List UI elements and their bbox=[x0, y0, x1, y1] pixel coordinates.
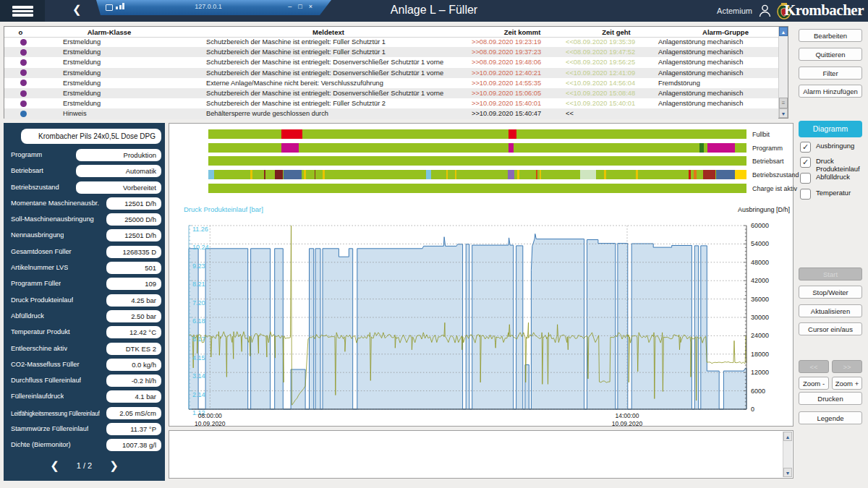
machine-field: Artikelnummer LVS501 bbox=[4, 260, 165, 276]
field-label: Durchfluss Füllereinlauf bbox=[11, 377, 81, 384]
field-value: 4.25 bar bbox=[106, 294, 161, 307]
quittieren-button[interactable]: Quittieren bbox=[799, 48, 862, 61]
field-label: Abfülldruck bbox=[11, 312, 44, 320]
field-value: 12501 D/h bbox=[106, 229, 161, 241]
machine-field: Druck Produkteinlauf4.25 bar bbox=[4, 293, 165, 309]
machine-field: Füllereinlaufdruck4.1 bar bbox=[4, 389, 165, 405]
series-checkbox-ausbringung[interactable]: ✓Ausbringung bbox=[800, 142, 854, 153]
col-zeit-geht: Zeit geht bbox=[569, 28, 663, 36]
step-forward-button[interactable]: >> bbox=[832, 360, 862, 373]
alarm-geht: <<10.09.2020 15:40:01 bbox=[560, 100, 654, 107]
legende-button[interactable]: Legende bbox=[799, 411, 862, 424]
drucken-button[interactable]: Drucken bbox=[799, 392, 862, 405]
aktualisieren-button[interactable]: Aktualisieren bbox=[799, 304, 862, 317]
alarm-gruppe: Anlagenstörung mechanisch bbox=[654, 48, 778, 56]
alarm-geht: <<08.09.2020 19:35:39 bbox=[560, 38, 654, 46]
alarm-row[interactable]: ErstmeldungSchutzbereich der Maschine is… bbox=[4, 88, 778, 98]
field-value: 11.37 °P bbox=[106, 423, 161, 435]
alarm-row[interactable]: ErstmeldungSchutzbereich der Maschine is… bbox=[4, 47, 778, 57]
svg-text:10.24: 10.24 bbox=[192, 244, 209, 251]
scroll-up-icon[interactable]: ▲ bbox=[779, 27, 788, 36]
krombacher-logo: Krombacher bbox=[784, 1, 864, 20]
checkbox-unchecked-icon[interactable] bbox=[800, 173, 811, 184]
detail-scrollbar[interactable]: ▲ ▼ bbox=[783, 432, 792, 477]
machine-field: Gesamtdosen Füller1268335 D bbox=[4, 244, 165, 260]
svg-text:30000: 30000 bbox=[751, 314, 769, 321]
alarm-kommt: >>08.09.2020 19:48:06 bbox=[466, 59, 560, 66]
field-value: -0.2 hl/h bbox=[106, 374, 161, 387]
zoom-in-button[interactable]: Zoom + bbox=[832, 377, 862, 390]
alarm-gruppe: Fremdstörung bbox=[654, 80, 778, 87]
alarm-gruppe: Anlagenstörung mechanisch bbox=[654, 100, 778, 107]
scroll-down-icon[interactable]: ▼ bbox=[783, 468, 792, 477]
alarm-row[interactable]: HinweisBehältersperre wurde geschlossen … bbox=[4, 108, 778, 119]
restore-icon[interactable]: □ bbox=[298, 1, 302, 12]
user-icon[interactable] bbox=[757, 3, 773, 22]
svg-text:18000: 18000 bbox=[751, 351, 769, 358]
alarm-row[interactable]: ErstmeldungSchutzbereich der Maschine is… bbox=[4, 68, 778, 78]
col-state: o bbox=[4, 28, 37, 36]
alarm-geht: <<08.09.2020 19:47:52 bbox=[560, 48, 654, 56]
alarm-table-header: o Alarm-Klasse Meldetext Zeit kommt Zeit… bbox=[4, 27, 788, 38]
alarm-state-dot bbox=[20, 111, 27, 117]
col-meldetext: Meldetext bbox=[182, 28, 475, 36]
machine-field: BetriebszustandVorbereitet bbox=[4, 180, 165, 196]
embedded-window-titlebar[interactable]: 127.0.0.1 – □ × bbox=[93, 0, 331, 15]
alarm-state-dot bbox=[20, 69, 27, 76]
svg-text:36000: 36000 bbox=[751, 296, 769, 303]
alarm-row[interactable]: ErstmeldungExterne Anlage/Maschine nicht… bbox=[4, 78, 778, 88]
svg-text:6000: 6000 bbox=[751, 388, 765, 395]
alarm-state-dot bbox=[20, 80, 27, 86]
machine-field: Leitfähigkeitsmessung Füllereinlauf2.05 … bbox=[4, 406, 165, 421]
field-value: 2.05 mS/cm bbox=[106, 407, 161, 419]
step-back-button[interactable]: << bbox=[799, 360, 829, 373]
scrollbar-thumb[interactable]: ≡ bbox=[779, 98, 788, 108]
checkbox-checked-icon[interactable]: ✓ bbox=[800, 142, 811, 153]
hamburger-menu-icon[interactable] bbox=[0, 0, 45, 22]
alarm-scrollbar[interactable]: ▲ ≡ ▼ bbox=[778, 27, 788, 118]
checkbox-checked-icon[interactable]: ✓ bbox=[800, 157, 811, 168]
alarm-row[interactable]: ErstmeldungSchutzbereich der Maschine is… bbox=[4, 57, 778, 67]
svg-text:48000: 48000 bbox=[751, 259, 769, 266]
machine-field: Dichte (Biermonitor)1007.38 g/l bbox=[4, 437, 165, 453]
series-checkbox-druck[interactable]: ✓Druck Produkteinlauf bbox=[800, 157, 860, 173]
field-label: CO2-Massefluss Füller bbox=[11, 361, 80, 368]
alarm-text: Schutzbereich der Maschine ist entriegel… bbox=[182, 59, 466, 66]
field-value: 501 bbox=[106, 262, 161, 274]
alarm-text: Schutzbereich der Maschine ist entriegel… bbox=[182, 38, 466, 46]
alarm-text: Schutzbereich der Maschine ist entriegel… bbox=[182, 48, 466, 56]
close-icon[interactable]: × bbox=[309, 1, 312, 12]
field-value: Produktion bbox=[76, 149, 161, 161]
svg-text:4.15: 4.15 bbox=[192, 354, 205, 361]
back-icon[interactable]: ❮ bbox=[72, 3, 82, 16]
zoom-out-button[interactable]: Zoom - bbox=[799, 377, 829, 390]
diagramm-button[interactable]: Diagramm bbox=[799, 121, 862, 137]
field-value: 1007.38 g/l bbox=[106, 439, 161, 451]
field-value: 1268335 D bbox=[106, 246, 161, 258]
checkbox-unchecked-icon[interactable] bbox=[800, 189, 811, 200]
svg-text:42000: 42000 bbox=[751, 277, 769, 284]
svg-text:24000: 24000 bbox=[751, 332, 769, 339]
field-label: Momentane Maschinenausbr. bbox=[11, 200, 99, 207]
field-value: Automatik bbox=[76, 165, 161, 177]
series-checkbox-temperatur[interactable]: Temperatur bbox=[800, 189, 851, 200]
stop-weiter-button[interactable]: Stop/Weiter bbox=[799, 286, 862, 299]
start-button[interactable]: Start bbox=[799, 267, 862, 281]
trend-panel: FullbitProgrammBetriebsartBetriebszustan… bbox=[169, 123, 793, 427]
minimize-icon[interactable]: – bbox=[288, 1, 292, 12]
detail-panel: ▲ ▼ bbox=[169, 430, 793, 479]
scroll-up-icon[interactable]: ▲ bbox=[783, 432, 792, 441]
page-next-icon[interactable]: ❯ bbox=[109, 459, 119, 472]
field-value: Vorbereitet bbox=[76, 181, 161, 194]
cursor-toggle-button[interactable]: Cursor ein/aus bbox=[799, 322, 862, 335]
field-label: Programm Füller bbox=[11, 280, 61, 287]
alarm-geht: <<10.09.2020 14:56:04 bbox=[560, 80, 654, 87]
filter-button[interactable]: Filter bbox=[799, 67, 862, 80]
alarm-hinzufuegen-button[interactable]: Alarm Hinzufügen bbox=[799, 85, 862, 98]
alarm-row[interactable]: ErstmeldungSchutzbereich der Maschine is… bbox=[4, 37, 778, 47]
series-checkbox-abfülldruck[interactable]: Abfülldruck bbox=[800, 173, 850, 184]
page-prev-icon[interactable]: ❮ bbox=[50, 459, 59, 472]
scroll-down-icon[interactable]: ▼ bbox=[779, 108, 788, 118]
bearbeiten-button[interactable]: Bearbeiten bbox=[799, 29, 862, 42]
alarm-row[interactable]: ErstmeldungSchutzbereich der Maschine is… bbox=[4, 98, 778, 108]
